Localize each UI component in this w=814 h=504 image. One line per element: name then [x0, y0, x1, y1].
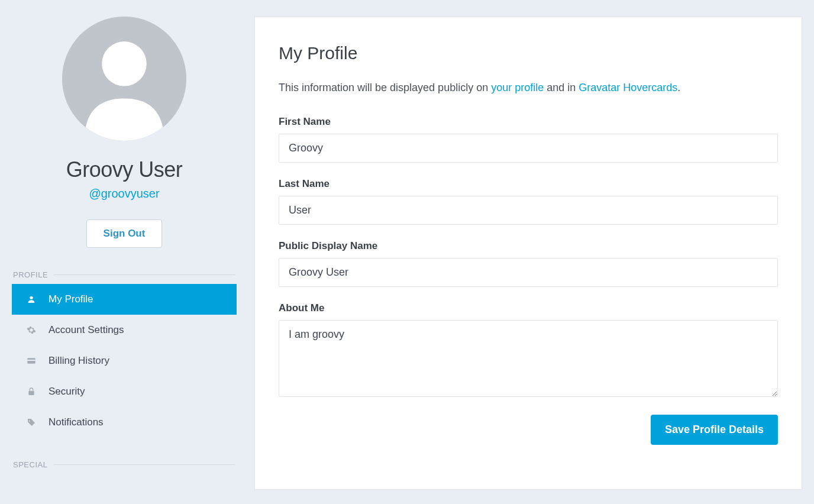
first-name-label: First Name	[279, 116, 778, 128]
form-actions: Save Profile Details	[279, 415, 778, 445]
nav-item-label: Security	[49, 386, 85, 398]
field-about-me: About Me	[279, 302, 778, 399]
page-subtitle: This information will be displayed publi…	[279, 80, 778, 96]
about-me-textarea[interactable]	[279, 320, 778, 397]
svg-rect-4	[27, 360, 35, 361]
nav-item-my-profile[interactable]: My Profile	[12, 284, 237, 315]
sign-out-button[interactable]: Sign Out	[86, 219, 163, 248]
save-profile-button[interactable]: Save Profile Details	[651, 415, 778, 445]
tag-icon	[26, 417, 37, 428]
nav-profile: My Profile Account Settings Billing Hist…	[12, 284, 237, 438]
gear-icon	[26, 325, 37, 335]
field-first-name: First Name	[279, 116, 778, 163]
subtitle-text: This information will be displayed publi…	[279, 82, 491, 93]
credit-card-icon	[26, 356, 37, 366]
nav-section-special: SPECIAL	[12, 460, 237, 469]
main-content: My Profile This information will be disp…	[254, 17, 802, 490]
nav-section-profile: PROFILE	[12, 270, 237, 279]
field-last-name: Last Name	[279, 178, 778, 225]
svg-rect-5	[28, 391, 34, 395]
public-display-name-label: Public Display Name	[279, 240, 778, 252]
nav-item-notifications[interactable]: Notifications	[12, 407, 237, 438]
sidebar: Groovy User @groovyuser Sign Out PROFILE…	[12, 17, 237, 490]
subtitle-text: .	[677, 82, 680, 93]
nav-item-billing-history[interactable]: Billing History	[12, 345, 237, 376]
about-me-label: About Me	[279, 302, 778, 314]
avatar[interactable]	[62, 17, 186, 141]
display-name: Groovy User	[66, 157, 183, 182]
nav-item-label: My Profile	[49, 293, 93, 305]
person-icon	[62, 17, 186, 141]
user-handle[interactable]: @groovyuser	[89, 187, 159, 201]
user-icon	[26, 294, 37, 305]
nav-item-label: Account Settings	[49, 324, 124, 336]
nav-item-label: Notifications	[49, 416, 104, 428]
lock-icon	[26, 386, 37, 397]
nav-item-account-settings[interactable]: Account Settings	[12, 315, 237, 345]
last-name-input[interactable]	[279, 196, 778, 225]
nav-item-security[interactable]: Security	[12, 376, 237, 407]
your-profile-link[interactable]: your profile	[491, 82, 544, 93]
profile-summary: Groovy User @groovyuser Sign Out	[12, 17, 237, 248]
page-title: My Profile	[279, 43, 778, 63]
svg-point-2	[30, 296, 33, 299]
subtitle-text: and in	[544, 82, 579, 93]
last-name-label: Last Name	[279, 178, 778, 190]
field-public-display-name: Public Display Name	[279, 240, 778, 287]
svg-point-1	[102, 41, 147, 86]
public-display-name-input[interactable]	[279, 258, 778, 287]
nav-item-label: Billing History	[49, 355, 109, 367]
gravatar-hovercards-link[interactable]: Gravatar Hovercards	[579, 82, 677, 93]
first-name-input[interactable]	[279, 134, 778, 163]
